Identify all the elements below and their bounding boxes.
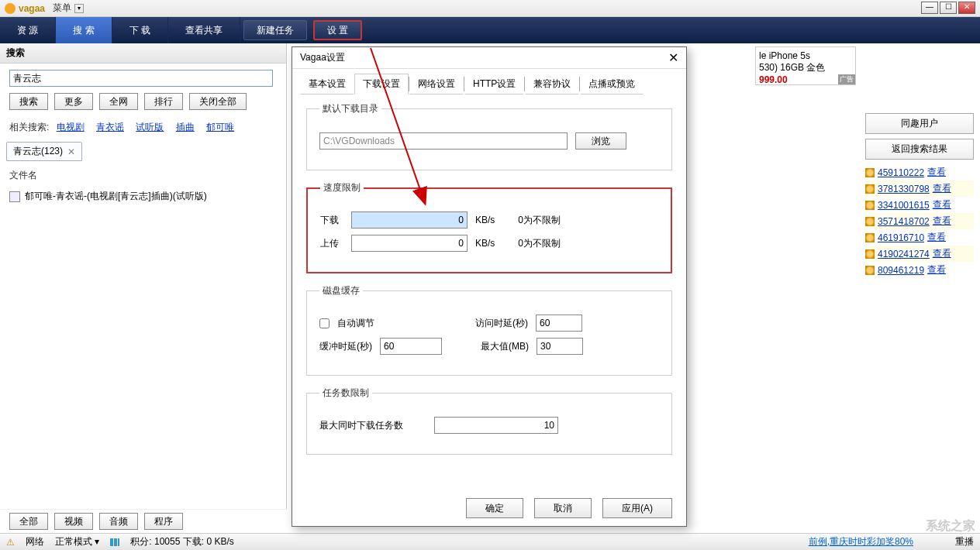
closeall-button[interactable]: 关闭全部 bbox=[189, 93, 247, 110]
upload-speed-input[interactable] bbox=[351, 235, 468, 252]
allnet-button[interactable]: 全网 bbox=[99, 93, 138, 110]
tab-download[interactable]: 下 载 bbox=[112, 17, 168, 43]
related-link[interactable]: 青衣谣 bbox=[96, 122, 124, 132]
view-link[interactable]: 查看 bbox=[927, 231, 946, 244]
ad-line: 530) 16GB 金色 bbox=[759, 61, 852, 74]
view-link[interactable]: 查看 bbox=[927, 263, 946, 277]
view-link[interactable]: 查看 bbox=[933, 182, 951, 195]
download-speed-input[interactable] bbox=[351, 211, 468, 229]
apply-button[interactable]: 应用(A) bbox=[602, 498, 672, 518]
ad-box[interactable]: le iPhone 5s 530) 16GB 金色 999.00 广告 bbox=[755, 46, 856, 85]
buffer-delay-input[interactable] bbox=[380, 338, 442, 355]
app-logo-icon bbox=[5, 3, 16, 14]
filter-bar: 全部 视频 音频 程序 bbox=[0, 509, 287, 533]
mode-label[interactable]: 正常模式 ▾ bbox=[55, 535, 99, 548]
tab-http[interactable]: HTTP设置 bbox=[464, 74, 524, 95]
app-name: vagaa bbox=[19, 3, 45, 14]
menu-dropdown-icon[interactable]: ▾ bbox=[74, 4, 84, 13]
related-link[interactable]: 电视剧 bbox=[57, 122, 85, 132]
view-link[interactable]: 查看 bbox=[933, 215, 951, 228]
user-row: 459110222 查看 bbox=[865, 164, 974, 180]
result-row[interactable]: 郁可唯-青衣谣-(电视剧[青云志]插曲)(试听版) bbox=[0, 187, 286, 206]
window-controls: — ☐ ✕ bbox=[921, 2, 975, 14]
max-tasks-label: 最大同时下载任务数 bbox=[319, 419, 403, 432]
news-link[interactable]: 前例,重庆时时彩加奖80% bbox=[809, 535, 913, 548]
filter-video[interactable]: 视频 bbox=[54, 513, 93, 530]
note-label: 0为不限制 bbox=[518, 237, 561, 250]
search-button[interactable]: 搜索 bbox=[9, 93, 48, 110]
tab-preview[interactable]: 点播或预览 bbox=[580, 74, 644, 95]
note-label: 0为不限制 bbox=[518, 214, 561, 227]
filter-audio[interactable]: 音频 bbox=[99, 513, 138, 530]
menu-label[interactable]: 菜单 bbox=[53, 2, 71, 15]
group-label: 默认下载目录 bbox=[319, 102, 381, 115]
related-link[interactable]: 郁可唯 bbox=[206, 122, 234, 132]
dialog-body: 默认下载目录 浏览 速度限制 下载 KB/s 0为不限制 上传 KB/s 0为不… bbox=[292, 95, 686, 473]
view-link[interactable]: 查看 bbox=[933, 247, 951, 260]
titlebar: vagaa 菜单 ▾ — ☐ ✕ bbox=[0, 0, 980, 17]
user-id-link[interactable]: 461916710 bbox=[878, 232, 924, 243]
user-row: 3781330798 查看 bbox=[865, 180, 974, 197]
tab-basic[interactable]: 基本设置 bbox=[300, 74, 354, 95]
search-input[interactable] bbox=[9, 70, 273, 87]
close-button[interactable]: ✕ bbox=[958, 2, 975, 14]
status-bar: ⚠ 网络 正常模式 ▾ 积分: 10055 下载: 0 KB/s 前例,重庆时时… bbox=[0, 533, 980, 550]
tab-search[interactable]: 搜 索 bbox=[56, 17, 112, 43]
tab-network[interactable]: 网络设置 bbox=[409, 74, 464, 95]
user-id-link[interactable]: 809461219 bbox=[878, 265, 924, 276]
group-label: 任务数限制 bbox=[319, 387, 372, 400]
related-search: 相关搜索: 电视剧 青衣谣 试听版 插曲 郁可唯 bbox=[0, 116, 286, 139]
cancel-button[interactable]: 取消 bbox=[534, 498, 592, 518]
download-dir-input[interactable] bbox=[319, 132, 568, 150]
back-results-button[interactable]: 返回搜索结果 bbox=[865, 139, 974, 160]
settings-button[interactable]: 设 置 bbox=[313, 20, 362, 40]
user-sidebar: 同趣用户 返回搜索结果 459110222 查看3781330798 查看334… bbox=[865, 113, 974, 278]
filename-header[interactable]: 文件名 bbox=[0, 164, 286, 187]
search-buttons: 搜索 更多 全网 排行 关闭全部 bbox=[0, 93, 286, 116]
network-label[interactable]: 网络 bbox=[26, 535, 44, 548]
view-link[interactable]: 查看 bbox=[933, 198, 951, 211]
ok-button[interactable]: 确定 bbox=[466, 498, 523, 518]
group-speed-limit: 速度限制 下载 KB/s 0为不限制 上传 KB/s 0为不限制 bbox=[306, 181, 672, 273]
user-id-link[interactable]: 459110222 bbox=[878, 167, 924, 178]
close-tab-icon[interactable]: ✕ bbox=[67, 146, 75, 157]
rank-button[interactable]: 排行 bbox=[144, 93, 183, 110]
user-id-link[interactable]: 4190241274 bbox=[878, 249, 930, 260]
more-button[interactable]: 更多 bbox=[54, 93, 93, 110]
shield-icon bbox=[865, 266, 875, 275]
score-label: 积分: 10055 下载: 0 KB/s bbox=[130, 535, 233, 548]
new-task-button[interactable]: 新建任务 bbox=[243, 20, 307, 40]
maximize-button[interactable]: ☐ bbox=[940, 2, 957, 14]
user-id-link[interactable]: 3571418702 bbox=[878, 216, 930, 227]
access-delay-input[interactable] bbox=[536, 315, 582, 332]
tab-resources[interactable]: 资 源 bbox=[0, 17, 56, 43]
browse-button[interactable]: 浏览 bbox=[575, 132, 626, 150]
related-link[interactable]: 试听版 bbox=[136, 122, 164, 132]
filter-program[interactable]: 程序 bbox=[144, 513, 183, 530]
dialog-title: Vagaa设置 bbox=[300, 51, 345, 64]
tab-compat[interactable]: 兼容协议 bbox=[525, 74, 579, 95]
shield-icon bbox=[865, 168, 875, 177]
minimize-button[interactable]: — bbox=[921, 2, 938, 14]
auto-adjust-checkbox[interactable] bbox=[319, 318, 330, 328]
shield-icon bbox=[865, 233, 875, 242]
max-cache-input[interactable] bbox=[537, 338, 583, 355]
main-nav: 资 源 搜 索 下 载 查看共享 新建任务 设 置 bbox=[0, 17, 980, 43]
tab-download-settings[interactable]: 下载设置 bbox=[354, 74, 409, 95]
view-link[interactable]: 查看 bbox=[927, 166, 946, 179]
dialog-close-icon[interactable]: ✕ bbox=[668, 50, 678, 65]
reset-link[interactable]: 重播 bbox=[955, 535, 974, 548]
result-tab[interactable]: 青云志(123) ✕ bbox=[6, 142, 82, 161]
dialog-titlebar: Vagaa设置 ✕ bbox=[292, 47, 686, 69]
related-link[interactable]: 插曲 bbox=[176, 122, 195, 132]
upload-speed-label: 上传 bbox=[320, 237, 343, 250]
tab-share[interactable]: 查看共享 bbox=[168, 17, 240, 43]
similar-users-button[interactable]: 同趣用户 bbox=[865, 113, 974, 134]
group-download-dir: 默认下载目录 浏览 bbox=[306, 102, 672, 170]
filter-all[interactable]: 全部 bbox=[9, 513, 48, 530]
group-label: 磁盘缓存 bbox=[319, 284, 363, 297]
max-tasks-input[interactable] bbox=[434, 417, 558, 434]
user-id-link[interactable]: 3781330798 bbox=[878, 184, 930, 194]
user-id-link[interactable]: 3341001615 bbox=[878, 200, 930, 211]
result-tab-label: 青云志(123) bbox=[13, 145, 63, 158]
